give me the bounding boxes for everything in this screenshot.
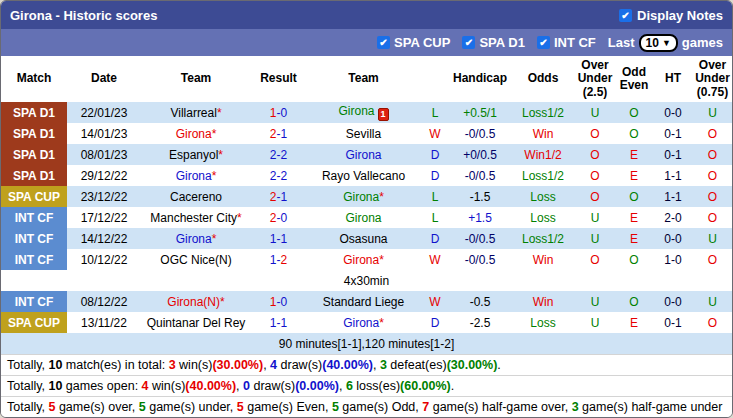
int-cf-checkbox[interactable]: ✔	[537, 36, 550, 49]
display-notes-checkbox[interactable]: ✔	[619, 9, 632, 22]
match-row: SPA D129/12/22Girona*2-2Rayo VallecanoD-…	[1, 165, 732, 186]
header-over-under-2-5: Over Under (2.5)	[575, 56, 615, 102]
odds-result: Win	[511, 249, 575, 270]
asterisk-marker: *	[212, 232, 217, 246]
asterisk-marker: *	[218, 148, 223, 162]
full-time-score: 1-2	[251, 249, 306, 270]
over-under-2-5: U	[575, 312, 615, 333]
team-name: Girona	[345, 211, 381, 225]
summary-segment: Totally,	[7, 379, 48, 393]
match-date: 08/01/23	[67, 144, 141, 165]
odd-even: O	[615, 249, 653, 270]
asterisk-marker: *	[212, 127, 217, 141]
summary-segment: (40.00%)	[185, 379, 236, 393]
match-row: SPA D114/01/23Girona*2-1SevillaW-0/0.5Wi…	[1, 123, 732, 144]
handicap-result-letter: D	[421, 228, 449, 249]
home-team: Cacereno	[141, 186, 251, 207]
note-row: 90 minutes[1-1],120 minutes[1-2]	[1, 333, 732, 354]
header-away-team: Team	[306, 56, 421, 102]
asterisk-marker: *	[220, 295, 225, 309]
league-badge: SPA D1	[1, 165, 67, 186]
over-under-2-5: U	[575, 207, 615, 228]
summary-segment: game(s) Even,	[244, 400, 332, 414]
odds-result: Loss	[511, 207, 575, 228]
handicap-line: -0/0.5	[449, 165, 511, 186]
summary-segment: 6	[346, 379, 353, 393]
over-under-2-5: O	[575, 186, 615, 207]
match-date: 14/12/22	[67, 228, 141, 249]
header-ht: HT	[653, 56, 693, 102]
match-date: 17/12/22	[67, 207, 141, 228]
match-row: INT CF17/12/22Manchester City*2-0GironaL…	[1, 207, 732, 228]
summary-segment: game(s) under,	[146, 400, 237, 414]
over-under-2-5: U	[575, 228, 615, 249]
summary-segment: ,	[373, 358, 380, 372]
half-time-score: 2-0	[653, 207, 693, 228]
over-under-0-75: O	[693, 207, 732, 228]
full-time-score: 2-0	[251, 207, 306, 228]
over-under-0-75: O	[693, 144, 732, 165]
match-date: 08/12/22	[67, 291, 141, 312]
half-time-score: 1-0	[653, 249, 693, 270]
odds-result: Loss1/2	[511, 165, 575, 186]
away-team: Girona*	[306, 312, 421, 333]
home-goals: 1	[270, 106, 277, 120]
league-badge: INT CF	[1, 249, 67, 270]
league-badge: SPA CUP	[1, 186, 67, 207]
scores-table: Match Date Team Result Team Handicap Odd…	[1, 56, 732, 354]
odds-result: Loss	[511, 312, 575, 333]
summary-segment: 3	[169, 358, 176, 372]
away-team: Girona	[306, 144, 421, 165]
over-under-2-5: O	[575, 249, 615, 270]
over-under-2-5: O	[575, 123, 615, 144]
away-team: Girona*	[306, 249, 421, 270]
summary-segment: game(s) half-game under	[579, 400, 723, 414]
home-team: Girona(N)*	[141, 291, 251, 312]
games-count-select[interactable]: 10 ▼	[639, 34, 678, 52]
header-result: Result	[251, 56, 306, 102]
team-name: Standard Liege	[323, 295, 404, 309]
summary-segment: Totally,	[7, 400, 48, 414]
summary-segment: (0.00%)	[295, 379, 339, 393]
summary-segment: (60.00%)	[400, 379, 451, 393]
summary-segment: win(s)	[149, 379, 186, 393]
summary-segment: defeat(es)	[387, 358, 447, 372]
team-name: Villarreal	[170, 106, 216, 120]
int-cf-label: INT CF	[554, 35, 596, 50]
over-under-0-75: O	[693, 186, 732, 207]
home-goals: 1	[270, 295, 277, 309]
home-team: Girona*	[141, 165, 251, 186]
handicap-result-letter: W	[421, 291, 449, 312]
team-name: Girona(N)	[167, 295, 220, 309]
home-goals: 1	[270, 316, 277, 330]
summary-segment: 0	[243, 379, 250, 393]
handicap-line: -2.5	[449, 312, 511, 333]
match-row: INT CF10/12/22OGC Nice(N)1-2Girona*W-0/0…	[1, 249, 732, 270]
away-goals: 2	[281, 253, 288, 267]
display-notes-label: Display Notes	[637, 8, 723, 23]
match-row: INT CF14/12/22Girona*1-1OsasunaD-0/0.5Lo…	[1, 228, 732, 249]
summary-segment: (30.00%)	[212, 358, 263, 372]
full-time-score: 2-1	[251, 123, 306, 144]
spa-d1-checkbox[interactable]: ✔	[462, 36, 475, 49]
half-time-score: 0-0	[653, 102, 693, 123]
summary-section: Totally, 10 match(es) in total: 3 win(s)…	[1, 354, 732, 417]
handicap-result-letter: W	[421, 123, 449, 144]
games-count-value: 10	[646, 36, 659, 50]
asterisk-marker: *	[379, 316, 384, 330]
away-goals: 0	[281, 295, 288, 309]
away-goals: 2	[281, 169, 288, 183]
header-letter	[421, 56, 449, 102]
handicap-line: -1.5	[449, 186, 511, 207]
half-time-score: 0-1	[653, 312, 693, 333]
spa-cup-checkbox[interactable]: ✔	[377, 36, 390, 49]
away-goals: 1	[281, 190, 288, 204]
home-goals: 2	[270, 127, 277, 141]
home-team: Quintanar Del Rey	[141, 312, 251, 333]
team-name: Girona	[338, 104, 374, 118]
home-goals: 2	[270, 148, 277, 162]
odd-even: E	[615, 144, 653, 165]
league-badge: SPA CUP	[1, 312, 67, 333]
handicap-result-letter: D	[421, 165, 449, 186]
summary-segment: loss(es)	[353, 379, 400, 393]
